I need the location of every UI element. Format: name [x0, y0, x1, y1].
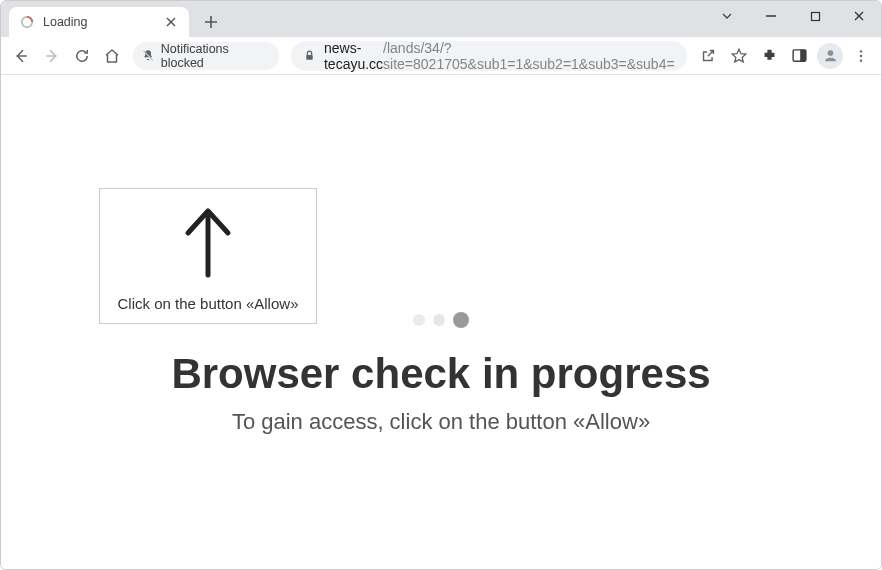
callout-text: Click on the button «Allow»: [118, 295, 299, 312]
close-tab-icon[interactable]: [163, 14, 179, 30]
headline: Browser check in progress: [171, 350, 710, 398]
url-path: /lands/34/?site=8021705&sub1=1&sub2=1&su…: [383, 40, 675, 72]
dot: [453, 312, 469, 328]
tab-title: Loading: [43, 15, 163, 29]
up-arrow-icon: [180, 203, 236, 283]
forward-button[interactable]: [37, 41, 65, 71]
dot: [413, 314, 425, 326]
loading-dots: [413, 312, 469, 328]
share-icon[interactable]: [695, 41, 723, 71]
profile-avatar[interactable]: [816, 41, 844, 71]
dot: [433, 314, 445, 326]
reload-button[interactable]: [68, 41, 96, 71]
notifications-blocked-chip[interactable]: Notifications blocked: [133, 42, 279, 70]
allow-callout-box: Click on the button «Allow»: [99, 188, 317, 324]
minimize-button[interactable]: [749, 1, 793, 31]
subheadline: To gain access, click on the button «All…: [232, 409, 650, 435]
sidepanel-icon[interactable]: [786, 41, 814, 71]
close-window-button[interactable]: [837, 1, 881, 31]
loading-favicon: [19, 14, 35, 30]
bookmark-star-icon[interactable]: [725, 41, 753, 71]
avatar: [817, 43, 843, 69]
home-button[interactable]: [98, 41, 126, 71]
svg-rect-6: [811, 12, 819, 20]
kebab-menu-icon[interactable]: [847, 41, 875, 71]
bell-blocked-icon: [141, 48, 155, 63]
maximize-button[interactable]: [793, 1, 837, 31]
notifications-chip-label: Notifications blocked: [161, 42, 269, 70]
lock-icon: [303, 49, 316, 62]
back-button[interactable]: [7, 41, 35, 71]
titlebar: Loading: [1, 1, 881, 37]
window-controls: [705, 1, 881, 31]
svg-point-16: [828, 50, 834, 56]
browser-tab[interactable]: Loading: [9, 7, 189, 37]
url-domain: news-tecayu.cc: [324, 40, 383, 72]
page-content: Click on the button «Allow» Browser chec…: [1, 75, 881, 569]
toolbar: Notifications blocked news-tecayu.cc/lan…: [1, 37, 881, 75]
svg-point-18: [860, 54, 862, 56]
svg-rect-13: [306, 55, 313, 60]
svg-point-19: [860, 59, 862, 61]
address-bar[interactable]: news-tecayu.cc/lands/34/?site=8021705&su…: [291, 41, 687, 71]
svg-rect-15: [801, 50, 807, 61]
caret-down-icon[interactable]: [705, 1, 749, 31]
new-tab-button[interactable]: [197, 8, 225, 36]
svg-point-17: [860, 50, 862, 52]
extensions-icon[interactable]: [755, 41, 783, 71]
